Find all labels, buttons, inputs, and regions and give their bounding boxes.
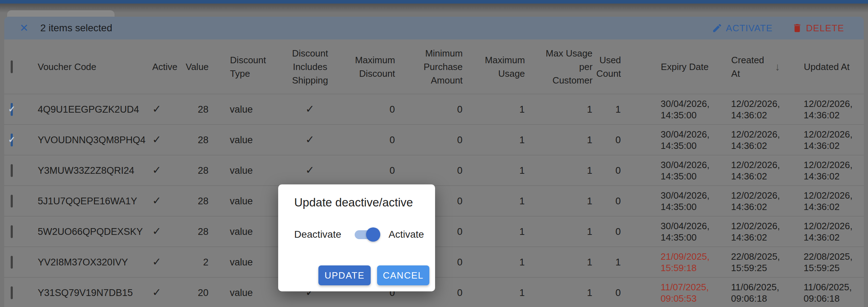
dialog-title: Update deactive/active bbox=[294, 196, 413, 209]
used-count-cell: 0 bbox=[592, 165, 621, 176]
toggle-row: Deactivate Activate bbox=[294, 227, 424, 242]
trash-icon bbox=[792, 23, 803, 33]
column-header-used-count[interactable]: Used Count bbox=[593, 53, 621, 80]
max-usage-per-customer-cell: 1 bbox=[525, 195, 592, 207]
created-at-cell: 12/02/2026, 14:36:02 bbox=[728, 190, 804, 212]
expiry-date-cell: 30/04/2026, 14:35:00 bbox=[621, 190, 728, 212]
used-count-cell: 0 bbox=[592, 195, 621, 207]
created-at-cell: 12/02/2026, 14:36:02 bbox=[728, 98, 804, 121]
column-header-active[interactable]: Active bbox=[150, 60, 186, 74]
close-selection-icon[interactable]: ✕ bbox=[20, 23, 28, 33]
sort-desc-icon[interactable]: ↓ bbox=[775, 60, 780, 74]
update-active-dialog: Update deactive/active Deactivate Activa… bbox=[278, 184, 435, 291]
shipping-check-icon: ✓ bbox=[305, 134, 314, 145]
max-usage-per-customer-cell: 1 bbox=[525, 287, 592, 298]
pencil-icon bbox=[712, 23, 723, 33]
updated-at-cell: 22/08/2025, 15:59:25 bbox=[804, 251, 864, 274]
updated-at-cell: 11/06/2025, 09:06:18 bbox=[804, 281, 864, 304]
row-checkbox[interactable] bbox=[11, 195, 13, 208]
voucher-code-cell: Y3MUW33Z2Z8QRI24 bbox=[29, 165, 150, 176]
expiry-date-cell: 30/04/2026, 14:35:00 bbox=[621, 220, 728, 243]
column-header-minimum-purchase-amount[interactable]: Minimum Purchase Amount bbox=[395, 47, 463, 87]
column-header-value[interactable]: Value bbox=[186, 60, 209, 74]
used-count-cell: 0 bbox=[592, 287, 621, 298]
voucher-code-cell: YVOUDNNQ3QM8PHQ4 bbox=[29, 134, 150, 146]
updated-at-cell: 12/02/2026, 14:36:02 bbox=[804, 220, 864, 243]
cancel-button[interactable]: CANCEL bbox=[377, 265, 429, 285]
column-header-expiry-date[interactable]: Expiry Date bbox=[621, 60, 729, 74]
activate-label: Activate bbox=[388, 229, 424, 240]
created-at-cell: 12/02/2026, 14:36:02 bbox=[728, 129, 804, 151]
row-checkbox[interactable] bbox=[11, 164, 13, 177]
column-header-maximum-discount[interactable]: Maximum Discount bbox=[330, 53, 395, 80]
active-check-icon: ✓ bbox=[152, 103, 161, 115]
active-check-icon: ✓ bbox=[152, 256, 161, 268]
voucher-code-cell: YV2I8M37OX320IVY bbox=[29, 257, 150, 268]
selection-toolbar: ✕ 2 items selected ACTIVATE DELETE bbox=[4, 17, 864, 39]
created-at-label: Created At bbox=[731, 53, 764, 80]
expiry-date-cell: 30/04/2026, 14:35:00 bbox=[621, 129, 728, 151]
column-header-discount-includes-shipping[interactable]: Discount Includes Shipping bbox=[291, 47, 330, 87]
toggle-thumb[interactable] bbox=[366, 227, 380, 242]
column-header-voucher-code[interactable]: Voucher Code bbox=[29, 60, 150, 74]
shipping-check-icon: ✓ bbox=[305, 103, 314, 115]
table-row[interactable]: Y3MUW33Z2Z8QRI24 ✓ 28 value ✓ 0 0 1 1 0 … bbox=[4, 155, 864, 185]
activate-button[interactable]: ACTIVATE bbox=[712, 23, 773, 34]
row-checkbox[interactable] bbox=[11, 256, 13, 269]
max-usage-per-customer-cell: 1 bbox=[525, 104, 592, 115]
created-at-cell: 11/06/2025, 09:06:18 bbox=[728, 281, 804, 304]
column-header-created-at[interactable]: Created At ↓ bbox=[729, 53, 804, 80]
expiry-date-cell: 30/04/2026, 14:35:00 bbox=[621, 98, 728, 121]
discount-type-cell: value bbox=[208, 134, 290, 146]
discount-type-cell: value bbox=[208, 165, 290, 176]
active-check-icon: ✓ bbox=[152, 225, 161, 237]
column-header-discount-type[interactable]: Discount Type bbox=[209, 53, 291, 80]
max-usage-per-customer-cell: 1 bbox=[525, 257, 592, 268]
created-at-cell: 12/02/2026, 14:36:02 bbox=[728, 159, 804, 182]
minimum-purchase-cell: 0 bbox=[395, 134, 462, 146]
minimum-purchase-cell: 0 bbox=[395, 165, 462, 176]
active-toggle[interactable] bbox=[355, 227, 380, 242]
table-header-row: Voucher Code Active Value Discount Type … bbox=[4, 39, 864, 94]
column-header-maximum-usage[interactable]: Maximum Usage bbox=[463, 53, 525, 80]
value-cell: 20 bbox=[186, 287, 208, 298]
row-checkbox[interactable] bbox=[11, 134, 13, 146]
selection-count-label: 2 items selected bbox=[40, 22, 112, 34]
max-usage-per-customer-cell: 1 bbox=[525, 165, 592, 176]
expiry-date-cell: 30/04/2026, 14:35:00 bbox=[621, 159, 728, 182]
voucher-code-cell: Y31SQ79V19N7DB15 bbox=[29, 287, 150, 298]
value-cell: 28 bbox=[186, 134, 208, 146]
maximum-usage-cell: 1 bbox=[462, 195, 525, 207]
select-all-checkbox[interactable] bbox=[11, 60, 13, 73]
table-row[interactable]: YVOUDNNQ3QM8PHQ4 ✓ 28 value ✓ 0 0 1 1 0 … bbox=[4, 124, 864, 155]
created-at-cell: 22/08/2025, 15:59:25 bbox=[728, 251, 804, 274]
column-header-updated-at[interactable]: Updated At bbox=[804, 60, 864, 74]
updated-at-cell: 12/02/2026, 14:36:02 bbox=[804, 98, 864, 121]
voucher-code-cell: 5W2UO66QPQDEXSKY bbox=[29, 226, 150, 237]
top-accent-bar bbox=[0, 0, 868, 4]
update-button[interactable]: UPDATE bbox=[318, 265, 371, 285]
used-count-cell: 1 bbox=[592, 104, 621, 115]
minimum-purchase-cell: 0 bbox=[395, 104, 462, 115]
voucher-code-cell: 4Q9U1EEGPGZK2UD4 bbox=[29, 104, 150, 115]
max-usage-per-customer-cell: 1 bbox=[525, 134, 592, 146]
value-cell: 2 bbox=[186, 257, 208, 268]
column-header-max-usage-per-customer[interactable]: Max Usage per Customer bbox=[525, 47, 593, 87]
delete-button[interactable]: DELETE bbox=[792, 23, 844, 34]
max-usage-per-customer-cell: 1 bbox=[525, 226, 592, 237]
row-checkbox[interactable] bbox=[11, 225, 13, 238]
updated-at-cell: 12/02/2026, 14:36:02 bbox=[804, 190, 864, 212]
active-check-icon: ✓ bbox=[152, 195, 161, 206]
row-checkbox[interactable] bbox=[11, 103, 13, 116]
maximum-usage-cell: 1 bbox=[462, 287, 525, 298]
row-checkbox[interactable] bbox=[11, 286, 13, 299]
maximum-usage-cell: 1 bbox=[462, 226, 525, 237]
expiry-date-cell: 11/07/2025, 09:05:53 bbox=[621, 281, 728, 304]
used-count-cell: 0 bbox=[592, 134, 621, 146]
updated-at-cell: 12/02/2026, 14:36:02 bbox=[804, 129, 864, 151]
value-cell: 28 bbox=[186, 226, 208, 237]
used-count-cell: 1 bbox=[592, 257, 621, 268]
updated-at-cell: 12/02/2026, 14:36:02 bbox=[804, 159, 864, 182]
expiry-date-cell: 21/09/2025, 15:59:18 bbox=[621, 251, 728, 274]
table-row[interactable]: 4Q9U1EEGPGZK2UD4 ✓ 28 value ✓ 0 0 1 1 1 … bbox=[4, 94, 864, 124]
